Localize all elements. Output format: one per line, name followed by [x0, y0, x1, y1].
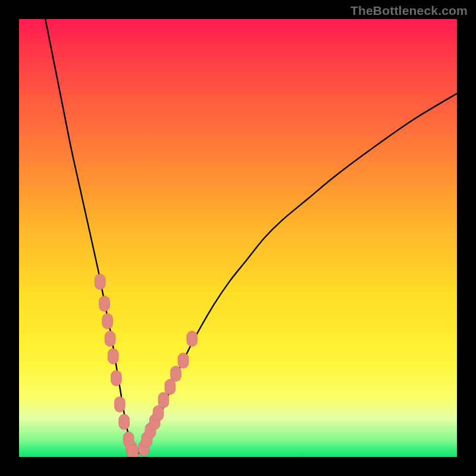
- data-marker: [165, 379, 176, 394]
- data-marker: [99, 296, 110, 311]
- data-marker: [187, 331, 198, 346]
- data-marker: [114, 397, 125, 412]
- data-marker: [170, 366, 181, 381]
- data-marker: [95, 274, 105, 290]
- data-marker: [158, 392, 169, 408]
- chart-svg: [19, 19, 457, 457]
- data-marker: [111, 371, 121, 386]
- data-marker: [153, 405, 164, 421]
- bottleneck-curve: [45, 19, 457, 453]
- watermark-text: TheBottleneck.com: [350, 4, 468, 18]
- data-marker: [178, 353, 189, 368]
- chart-frame: TheBottleneck.com: [0, 0, 476, 476]
- data-marker: [127, 445, 138, 457]
- data-marker: [108, 349, 118, 364]
- data-marker: [102, 314, 113, 329]
- plot-area: [19, 19, 457, 457]
- data-marker: [105, 331, 115, 346]
- data-marker: [119, 414, 130, 430]
